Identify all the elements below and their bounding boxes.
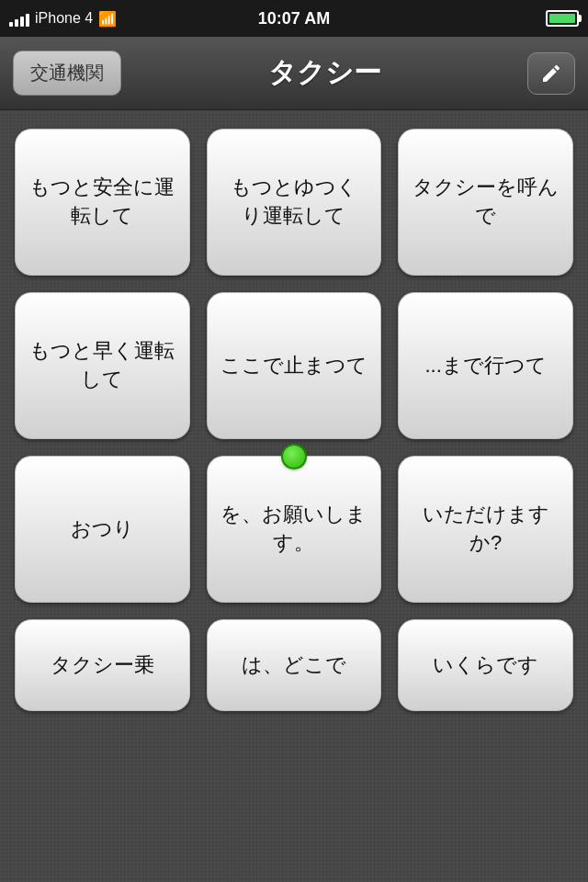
phrase-card-10[interactable]: タクシー乗	[15, 619, 190, 711]
phrase-card-3[interactable]: タクシーを呼んで	[398, 129, 573, 276]
status-left: iPhone 4 📶	[9, 10, 199, 28]
phrase-grid: もつと安全に運転して もつとゆつくり運転して タクシーを呼んで もつと早く運転し…	[15, 129, 573, 711]
nav-title: タクシー	[268, 54, 381, 92]
edit-button[interactable]	[527, 52, 575, 95]
time-label: 10:07 AM	[199, 9, 390, 28]
nav-bar: 交通機関 タクシー	[0, 37, 588, 110]
carrier-label: iPhone 4	[35, 10, 93, 27]
battery-icon	[546, 10, 579, 27]
phrase-card-5[interactable]: ここで止まつて	[207, 292, 382, 439]
phrase-card-6[interactable]: ...まで行つて	[398, 292, 573, 439]
main-content: もつと安全に運転して もつとゆつくり運転して タクシーを呼んで もつと早く運転し…	[0, 110, 588, 882]
phrase-card-12[interactable]: いくらです	[398, 619, 573, 711]
phrase-card-11[interactable]: は、どこで	[207, 619, 382, 711]
phrase-card-4[interactable]: もつと早く運転して	[15, 292, 190, 439]
status-bar: iPhone 4 📶 10:07 AM	[0, 0, 588, 37]
wifi-icon: 📶	[98, 10, 117, 28]
phrase-card-1[interactable]: もつと安全に運転して	[15, 129, 190, 276]
back-button[interactable]: 交通機関	[13, 51, 121, 96]
status-right	[389, 10, 579, 27]
battery-fill	[549, 14, 575, 23]
phrase-card-2[interactable]: もつとゆつくり運転して	[207, 129, 382, 276]
phrase-card-8[interactable]: を、お願いします。	[207, 456, 382, 603]
active-dot	[281, 444, 307, 469]
signal-bars-icon	[9, 10, 29, 27]
phrase-card-9[interactable]: いただけますか?	[398, 456, 573, 603]
pencil-icon	[540, 62, 562, 85]
phrase-card-7[interactable]: おつり	[15, 456, 190, 603]
